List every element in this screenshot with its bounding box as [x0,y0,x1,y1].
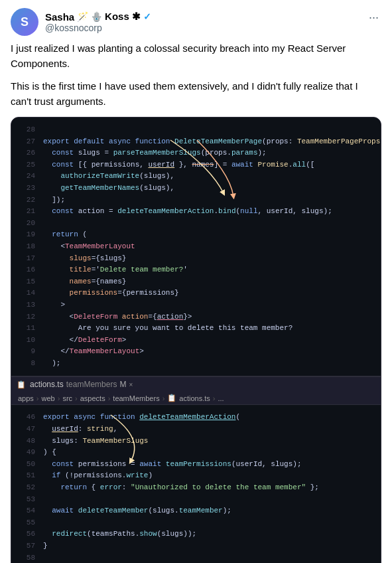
breadcrumb: apps › web › src › aspects › teamMembers… [11,392,381,405]
code-line-8: 8 ); [11,358,381,370]
code-line-14: 14 permissions={permissions} [11,287,381,299]
code-line-28: 28 [11,124,381,136]
breadcrumb-sep-3: › [75,394,78,402]
user-emojis: 🪄 🪬 [77,11,102,22]
code-line-55: 55 [11,517,381,529]
code-line-10: 10 </DeleteForm> [11,335,381,347]
verified-badge: ✓ [143,11,151,22]
code-line-13: 13 > [11,299,381,311]
tab-bar: 📋 actions.ts teamMembers M × [11,376,381,392]
tab-modified: M [119,380,126,389]
code-container: 28 27 export default async function Dele… [11,117,381,563]
code-line-22: 22 ]); [11,195,381,206]
user-info: S Sasha 🪄 🪬 Koss ✱ ✓ @kossnocorp [11,8,151,36]
avatar[interactable]: S [11,8,38,36]
code-line-58: 58 [11,552,381,563]
code-line-25: 25 const [{ permissions, userId }, names… [11,159,381,171]
code-line-24: 24 authorizeTeamWrite(slugs), [11,171,381,183]
code-line-26: 26 const slugs = parseTeamMemberSlugs(pr… [11,147,381,159]
code-block-bottom: 46 export async function deleteTeamMembe… [11,405,381,563]
code-block-top: 28 27 export default async function Dele… [11,118,381,376]
code-line-47: 47 userId: string, [11,424,381,436]
breadcrumb-sep-1: › [36,394,39,402]
code-line-18: 18 <TeamMemberLayout [11,241,381,253]
code-line-50: 50 const permissions = await teamPermiss… [11,459,381,471]
breadcrumb-sep-2: › [58,394,60,402]
code-line-17: 17 slugs={slugs} [11,253,381,265]
file-icon: 📋 [17,380,26,389]
code-line-52: 52 return { error: "Unauthorized to dele… [11,482,381,494]
tweet-header: S Sasha 🪄 🪬 Koss ✱ ✓ @kossnocorp ··· [11,8,381,36]
breadcrumb-apps: apps [18,394,34,402]
code-line-48: 48 slugs: TeamMemberSlugs [11,436,381,447]
tab-label[interactable]: actions.ts teamMembers M × [30,380,133,389]
tweet-text: I just realized I was planting a colossa… [11,41,381,109]
tweet-paragraph-2: This is the first time I have used them … [11,79,381,109]
code-line-46: 46 export async function deleteTeamMembe… [11,412,381,424]
code-line-9: 9 </TeamMemberLayout> [11,346,381,358]
breadcrumb-sep-5: › [163,394,165,402]
code-line-20: 20 [11,218,381,230]
code-line-15: 15 names={names} [11,276,381,288]
breadcrumb-aspects: aspects [80,394,105,402]
more-options-icon[interactable]: ··· [366,8,381,27]
user-lastname: Koss ✱ [105,11,141,23]
tab-close-button[interactable]: × [129,381,133,388]
name-handle: Sasha 🪄 🪬 Koss ✱ ✓ @kossnocorp [45,11,151,33]
code-line-19: 19 return ( [11,229,381,241]
breadcrumb-web: web [42,394,55,402]
breadcrumb-sep-6: › [213,394,216,402]
display-name: Sasha 🪄 🪬 Koss ✱ ✓ [45,11,151,23]
user-handle[interactable]: @kossnocorp [45,23,151,33]
code-line-57: 57 } [11,540,381,552]
code-line-27: 27 export default async function DeleteT… [11,136,381,148]
breadcrumb-src: src [62,394,72,402]
breadcrumb-actions: actions.ts [179,394,210,402]
code-line-21: 21 const action = deleteTeamMemberAction… [11,206,381,218]
code-line-51: 51 if (!permissions.write) [11,470,381,482]
breadcrumb-sep-4: › [108,394,111,402]
code-line-12: 12 <DeleteForm action={action}> [11,311,381,323]
code-line-16: 16 title='Delete team member?' [11,264,381,276]
tab-filename: actions.ts [30,380,64,389]
code-line-49: 49 ) { [11,447,381,459]
breadcrumb-team-members: teamMembers [113,394,159,402]
code-line-23: 23 getTeamMemberNames(slugs), [11,183,381,195]
code-line-54: 54 await deleteTeamMember(slugs.teamMemb… [11,505,381,517]
tab-sublabel: teamMembers [66,380,117,389]
code-line-53: 53 [11,494,381,506]
code-line-56: 56 redirect(teamsPaths.show(slugs)); [11,528,381,540]
breadcrumb-ellipsis: ... [218,394,224,402]
tweet-container: S Sasha 🪄 🪬 Koss ✱ ✓ @kossnocorp ··· I j… [11,8,381,563]
breadcrumb-icon: 📋 [167,394,176,402]
tweet-paragraph-1: I just realized I was planting a colossa… [11,41,381,71]
user-name-text: Sasha [45,11,74,23]
code-line-11: 11 Are you sure you want to delete this … [11,323,381,335]
